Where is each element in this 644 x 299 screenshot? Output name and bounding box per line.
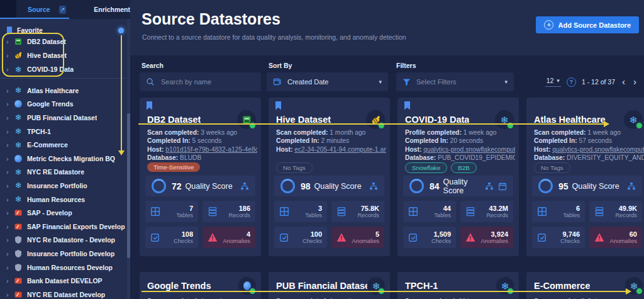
previous-page-button[interactable]: ‹: [621, 77, 626, 86]
chevron-right-icon[interactable]: ›: [6, 250, 14, 257]
sidebar-item-insurance-portfolio-develop[interactable]: ›Insurance Portfolio Develop: [0, 247, 126, 261]
chevron-right-icon[interactable]: ›: [6, 114, 14, 121]
sidebar-item-human-resources-develop[interactable]: ›Human Resources Develop: [0, 261, 126, 274]
sort-by-select[interactable]: Created Date ▾: [267, 72, 388, 91]
sidebar-item-nyc-re-datastore-develop[interactable]: ›NYC Re Datastore - Develop: [0, 234, 126, 247]
chevron-right-icon[interactable]: ›: [6, 87, 14, 94]
sidebar-item-google-trends[interactable]: ›Google Trends: [0, 98, 126, 111]
sitemap-icon[interactable]: [627, 182, 636, 191]
chevron-right-icon[interactable]: ›: [6, 100, 14, 108]
chevron-right-icon[interactable]: ›: [6, 65, 14, 73]
sidebar-item-insurance-portfolio[interactable]: ›❄Insurance Portfolio: [0, 179, 126, 193]
datastore-card-google-trends[interactable]: Google Trends Scan completed: 1 month ag…: [140, 272, 261, 299]
checks-stat[interactable]: 108Checks: [145, 227, 198, 248]
checks-stat[interactable]: 100Checks: [274, 227, 327, 248]
checks-stat[interactable]: 9,746Checks: [532, 227, 585, 248]
tag-pill[interactable]: B2B: [451, 162, 477, 173]
tables-stat[interactable]: 3Tables: [274, 201, 327, 222]
bookmark-icon[interactable]: [404, 101, 411, 110]
sidebar-item-e-commerce[interactable]: ›❄E-Commerce: [0, 138, 126, 152]
open-in-new-icon[interactable]: ↗: [59, 6, 67, 14]
quality-score-panel[interactable]: 84 Quality Score: [403, 176, 513, 196]
chevron-right-icon[interactable]: ›: [6, 52, 14, 59]
calendar-icon[interactable]: [498, 182, 507, 191]
search-input[interactable]: [160, 77, 255, 86]
datastore-card-tpch-1[interactable]: TPCH-1 ❄ Scan completed: 20 hours ago: [397, 272, 519, 299]
chevron-right-icon[interactable]: ›: [6, 264, 14, 271]
quality-score-panel[interactable]: 72 Quality Score: [145, 176, 255, 196]
card-title[interactable]: Hive Dataset: [276, 115, 331, 125]
sidebar-item-hive-dataset[interactable]: › Hive Dataset: [0, 48, 126, 62]
host-link[interactable]: qualytics-prod.snowflakecomputing.com: [552, 146, 644, 153]
card-title[interactable]: PUB Financial Dataset: [276, 281, 367, 291]
sidebar-item-sap-develop[interactable]: ›SAP - Develop: [0, 206, 126, 220]
tab-enrichment[interactable]: Enrichment: [94, 6, 130, 13]
chevron-right-icon[interactable]: ›: [6, 209, 14, 217]
tag-pill[interactable]: Time-Sensitive: [147, 162, 200, 172]
anomalies-stat[interactable]: 4Anomalies: [203, 227, 255, 248]
filters-select[interactable]: Select Filters ▾: [396, 72, 514, 91]
bookmark-icon[interactable]: [275, 101, 282, 110]
help-icon[interactable]: ?: [567, 77, 576, 87]
anomalies-stat[interactable]: 60Anomalies: [589, 227, 642, 248]
records-stat[interactable]: 49.9KRecords: [589, 201, 642, 222]
card-title[interactable]: TPCH-1: [405, 281, 438, 291]
sidebar-item-covid-19-data[interactable]: › ❄ COVID-19 Data: [0, 62, 126, 76]
host-link[interactable]: ec2-34-205-41-94.compute-1.amazonaws.co.…: [294, 146, 386, 153]
chevron-right-icon[interactable]: ›: [6, 223, 14, 230]
host-link[interactable]: b101d15f-e79b-4832-a125-4e8d481c8bf4.b..…: [165, 146, 257, 153]
search-box[interactable]: [140, 72, 261, 91]
sidebar-item-pub-financial-dataset[interactable]: ›❄PUB Financial Dataset: [0, 111, 126, 125]
card-title[interactable]: COVID-19 Data: [405, 115, 469, 125]
card-title[interactable]: Google Trends: [147, 281, 211, 291]
sidebar-item-metric-checks-migration-bq[interactable]: ›Metric Checks Migration BQ: [0, 152, 126, 166]
chevron-right-icon[interactable]: ›: [6, 38, 14, 45]
chevron-right-icon[interactable]: ›: [6, 196, 14, 203]
sidebar-item-sap-financial-exports-develop[interactable]: ›SAP Financial Exports Develop: [0, 220, 126, 234]
sitemap-icon[interactable]: [369, 182, 378, 191]
datastore-card-db2-dataset[interactable]: DB2 Dataset Scan completed: 3 weeks ago …: [140, 98, 261, 256]
datastore-card-e-commerce[interactable]: E-Commerce ❄ Scan completed: 2 days ago: [526, 272, 644, 299]
tables-stat[interactable]: 6Tables: [532, 201, 585, 222]
sidebar-item-nyc-re-dataset-develop[interactable]: ›NYC RE Dataset Develop: [0, 288, 126, 299]
chevron-right-icon[interactable]: ›: [6, 128, 14, 135]
chevron-right-icon[interactable]: ›: [6, 155, 14, 162]
bookmark-icon[interactable]: [146, 101, 153, 110]
chevron-right-icon[interactable]: ›: [6, 141, 14, 149]
chevron-right-icon[interactable]: ›: [6, 291, 14, 298]
card-title[interactable]: E-Commerce: [534, 281, 590, 291]
sitemap-icon[interactable]: [240, 182, 249, 191]
card-title[interactable]: Atlas Healthcare: [534, 115, 606, 125]
quality-score-panel[interactable]: 95 Quality Score: [532, 176, 642, 196]
anomalies-stat[interactable]: 5Anomalies: [331, 227, 384, 248]
datastore-card-pub-financial-dataset[interactable]: PUB Financial Dataset ❄ Scan completed: …: [269, 272, 390, 299]
quality-score-panel[interactable]: 98 Quality Score: [274, 176, 384, 196]
host-link[interactable]: qualytics-prod.snowflakecomputing.com: [423, 146, 515, 153]
sidebar-scrollbar-thumb[interactable]: [127, 113, 130, 258]
sidebar-scrollbar[interactable]: [127, 19, 130, 299]
sidebar-item-nyc-re-datastore[interactable]: ›❄NYC RE Datastore: [0, 166, 126, 179]
checks-stat[interactable]: 1,509Checks: [403, 227, 456, 248]
datastore-card-atlas-healthcare[interactable]: Atlas Healthcare ❄ Scan completed: 1 wee…: [526, 98, 644, 256]
tag-pill[interactable]: Snowflake: [405, 162, 447, 173]
tab-source[interactable]: Source: [28, 6, 50, 13]
sidebar-item-human-resources[interactable]: ›❄Human Resources: [0, 193, 126, 206]
card-title[interactable]: DB2 Dataset: [147, 115, 201, 125]
sidebar-item-tpch-1[interactable]: ›❄TPCH-1: [0, 125, 126, 138]
tables-stat[interactable]: 44Tables: [403, 201, 456, 222]
sitemap-icon[interactable]: [485, 182, 494, 191]
records-stat[interactable]: 75.8KRecords: [331, 201, 384, 222]
chevron-right-icon[interactable]: ›: [6, 168, 14, 176]
tables-stat[interactable]: 7Tables: [145, 201, 198, 222]
sidebar-item-atlas-healthcare[interactable]: ›❄Atlas Healthcare: [0, 84, 126, 98]
records-stat[interactable]: 43.2MRecords: [460, 201, 513, 222]
next-page-button[interactable]: ›: [632, 77, 638, 86]
sidebar-item-bank-dataset-develop[interactable]: ›Bank Dataset DEVELOP: [0, 274, 126, 288]
chevron-right-icon[interactable]: ›: [6, 182, 14, 189]
datastore-card-hive-dataset[interactable]: Hive Dataset Scan completed: 1 month ago…: [269, 98, 390, 256]
add-source-datastore-button[interactable]: + Add Source Datastore: [536, 16, 639, 33]
page-size-select[interactable]: 12▾: [545, 77, 561, 87]
chevron-right-icon[interactable]: ›: [6, 277, 14, 285]
chevron-right-icon[interactable]: ›: [6, 236, 14, 244]
datastore-card-covid-19-data[interactable]: COVID-19 Data ❄ Profile completed: 1 wee…: [397, 98, 519, 256]
